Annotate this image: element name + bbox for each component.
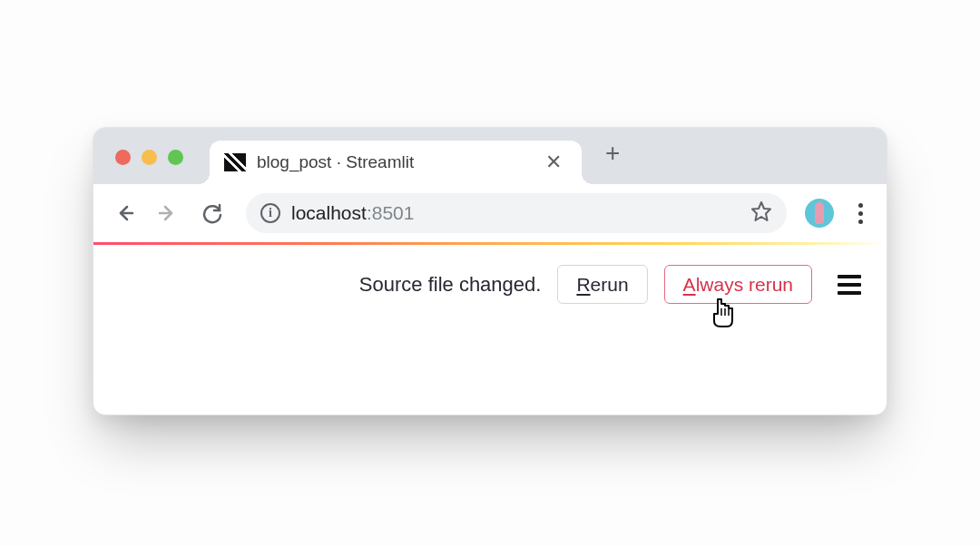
browser-toolbar: i localhost:8501 — [93, 184, 887, 242]
always-rerun-button[interactable]: Always rerun — [664, 265, 812, 304]
browser-tab[interactable]: blog_post · Streamlit ✕ — [210, 141, 582, 184]
close-window-button[interactable] — [115, 150, 131, 165]
tab-strip: blog_post · Streamlit ✕ + — [93, 128, 887, 184]
profile-avatar[interactable] — [805, 199, 834, 228]
window-controls — [115, 150, 183, 165]
maximize-window-button[interactable] — [168, 150, 183, 165]
site-info-icon[interactable]: i — [260, 203, 280, 223]
tab-title: blog_post · Streamlit — [257, 152, 529, 172]
reload-button[interactable] — [193, 195, 230, 231]
forward-button[interactable] — [150, 195, 186, 231]
rerun-hotkey: R — [576, 274, 590, 295]
new-tab-button[interactable]: + — [589, 133, 636, 173]
streamlit-favicon — [224, 153, 246, 171]
url-text: localhost:8501 — [291, 202, 414, 224]
close-tab-icon[interactable]: ✕ — [540, 149, 567, 176]
url-host: localhost — [291, 202, 367, 223]
page-content: Source file changed. Rerun Always rerun — [93, 242, 887, 414]
back-button[interactable] — [106, 195, 142, 231]
url-port: :8501 — [367, 202, 415, 223]
rerun-button[interactable]: Rerun — [557, 265, 647, 304]
browser-menu-icon[interactable] — [847, 198, 874, 229]
source-changed-text: Source file changed. — [359, 273, 542, 297]
bookmark-star-icon[interactable] — [750, 200, 772, 226]
rerun-toolbar: Source file changed. Rerun Always rerun — [93, 245, 887, 304]
always-hotkey: A — [683, 274, 696, 295]
minimize-window-button[interactable] — [142, 150, 157, 165]
browser-window: blog_post · Streamlit ✕ + i localhost:85… — [93, 127, 887, 415]
streamlit-menu-icon[interactable] — [834, 271, 865, 298]
svg-marker-2 — [752, 202, 770, 220]
address-bar[interactable]: i localhost:8501 — [246, 193, 787, 233]
